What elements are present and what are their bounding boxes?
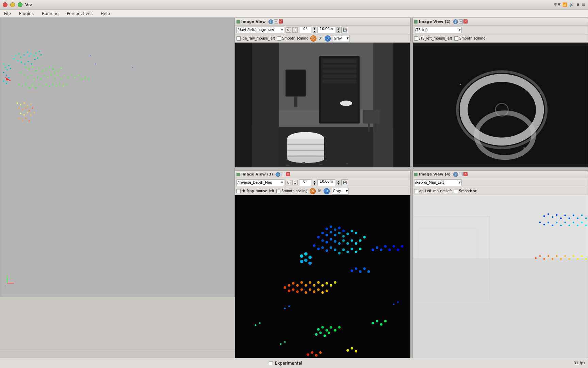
maxval-down-3[interactable]: ▼ [337,183,340,185]
max-value-1[interactable]: 10.00m [317,27,335,33]
wifi-icon: 📶 [562,2,567,7]
image-area-3[interactable] [235,195,410,368]
svg-point-146 [338,227,341,229]
svg-point-26 [46,68,47,70]
rotate-ccw-btn-3[interactable]: ↺ [324,188,330,194]
save-btn-1[interactable]: 💾 [341,27,348,33]
close-button-3[interactable]: × [286,172,290,176]
hide-button-4[interactable]: − [459,172,463,176]
panel-2-icon [414,20,418,24]
close-button-2[interactable]: × [463,19,468,24]
refresh-btn-3[interactable]: ↻ [285,180,291,185]
svg-point-238 [311,351,313,354]
svg-point-86 [29,120,30,121]
image-area-2[interactable] [413,43,588,167]
close-button-4[interactable]: × [463,172,468,176]
hide-button-2[interactable]: − [459,19,463,24]
svg-point-155 [350,230,353,232]
rotation-down-1[interactable]: ▼ [313,30,316,33]
rotation-down-3[interactable]: ▼ [313,183,316,185]
h-divider[interactable]: ⋯ [235,168,588,170]
maxval-up-3[interactable]: ▲ [337,180,340,183]
close-button[interactable] [3,2,7,7]
refresh-btn-1[interactable]: ↻ [285,27,291,33]
svg-point-70 [23,102,25,104]
rotation-input-3[interactable]: 0° [299,179,311,186]
rotate-cw-btn-3[interactable]: ↻ [310,188,316,194]
svg-point-256 [552,216,553,218]
maxval-down-1[interactable]: ▼ [337,30,340,33]
mouse-topic-cb-3[interactable] [236,189,241,193]
color-select-3[interactable]: Gray ▼ [332,188,349,195]
maximize-button[interactable] [18,2,22,7]
mouse-topic-cb-2[interactable] [414,36,418,41]
svg-point-96 [10,68,11,69]
svg-point-239 [315,354,317,356]
info-button-4[interactable]: i [453,172,458,177]
info-button-1[interactable]: i [268,19,273,24]
mouse-topic-cb-4[interactable] [414,189,418,193]
panel-1-label: Image View [241,19,266,24]
menu-plugins[interactable]: Plugins [18,11,35,17]
info-button-3[interactable]: i [276,172,280,177]
dropdown-arrow-1: ▼ [281,28,283,31]
rotation-up-3[interactable]: ▲ [313,180,316,183]
menu-help[interactable]: Help [99,11,111,17]
panel-4-controls: i − × [453,172,468,177]
hide-button-1[interactable]: − [274,19,278,24]
panel-2-options: /TS_left_mouse_left Smooth scaling [413,34,588,43]
menu-perspectives[interactable]: Perspectives [65,11,94,17]
svg-point-277 [564,222,566,224]
color-select-1[interactable]: Gray ▼ [333,35,350,42]
mouse-topic-label-1: ige_raw_mouse_left [242,36,275,40]
image-area-1[interactable] [235,43,410,167]
topic-dropdown-4[interactable]: /Reproj_Map_Left ▼ [414,179,462,186]
close-button-1[interactable]: × [279,19,283,24]
svg-point-294 [556,255,558,257]
svg-point-25 [42,70,44,72]
minimize-button[interactable] [10,2,15,7]
svg-rect-115 [323,59,356,63]
max-value-3[interactable]: 10.00m [317,179,335,186]
svg-point-150 [330,231,332,233]
topic-dropdown-2[interactable]: /TS_left ▼ [414,27,462,33]
svg-point-205 [309,288,311,291]
rotation-input-1[interactable]: 0° [299,27,311,33]
svg-point-235 [380,323,382,325]
menu-file[interactable]: File [3,11,12,17]
smooth-scaling-cb-2[interactable] [454,36,458,41]
svg-point-209 [326,290,328,292]
svg-point-237 [307,353,309,356]
topic-dropdown-1[interactable]: /davis/left/image_raw ▼ [236,27,284,33]
dropdown-arrow-4: ▼ [459,181,461,184]
smooth-scaling-cb-3[interactable] [276,189,280,193]
smooth-scaling-cb-1[interactable] [277,36,281,41]
hide-button-3[interactable]: − [281,172,285,176]
mouse-topic-cb-1[interactable] [236,36,241,41]
topic-dropdown-3[interactable]: /Inverse_Depth_Map ▼ [236,179,284,186]
info-button-2[interactable]: i [453,19,458,24]
color-dropdown-arrow-1: ▼ [347,37,349,40]
svg-point-276 [560,225,562,226]
svg-rect-119 [323,80,356,83]
svg-point-210 [372,248,374,251]
panel-2-label: Image View (2) [419,19,451,24]
rotate-cw-btn-1[interactable]: ↻ [310,35,316,42]
svg-rect-126 [363,110,380,124]
svg-point-255 [548,213,549,215]
rotate-ccw-btn-1[interactable]: ↺ [325,35,331,42]
save-btn-3[interactable]: 💾 [341,179,348,186]
svg-point-185 [304,259,308,262]
image-area-4[interactable] [413,195,588,368]
maxval-up-1[interactable]: ▲ [337,27,340,30]
smooth-scaling-group-3: Smooth scaling [276,189,308,193]
pointcloud-canvas[interactable]: z [0,18,234,297]
fit-btn-3[interactable]: ⊡ [292,180,298,185]
rotation-up-1[interactable]: ▲ [313,27,316,30]
experimental-checkbox[interactable] [269,361,273,365]
svg-rect-125 [287,155,324,157]
menu-running[interactable]: Running [40,11,60,17]
fit-btn-1[interactable]: ⊡ [292,27,298,33]
smooth-scaling-cb-4[interactable] [454,189,458,193]
svg-point-213 [384,245,387,247]
